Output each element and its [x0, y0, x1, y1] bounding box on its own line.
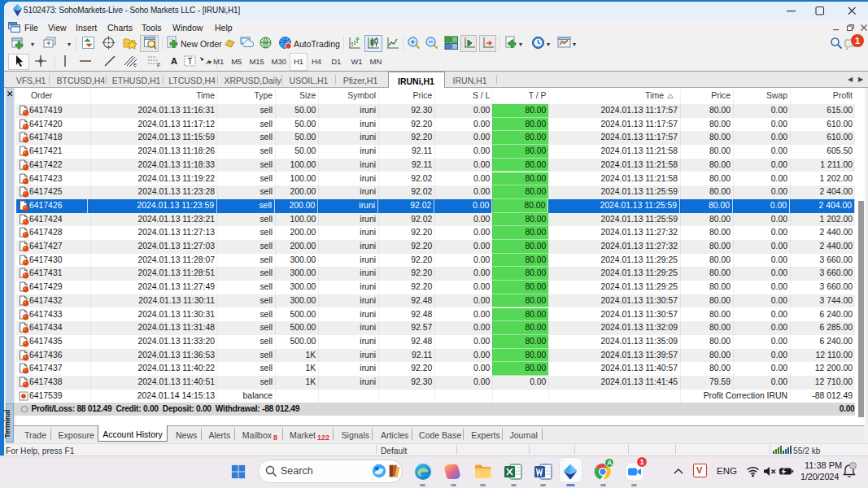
svg-text:F: F	[157, 63, 160, 68]
svg-text:e: e	[133, 62, 137, 68]
svg-text:T: T	[188, 57, 193, 66]
